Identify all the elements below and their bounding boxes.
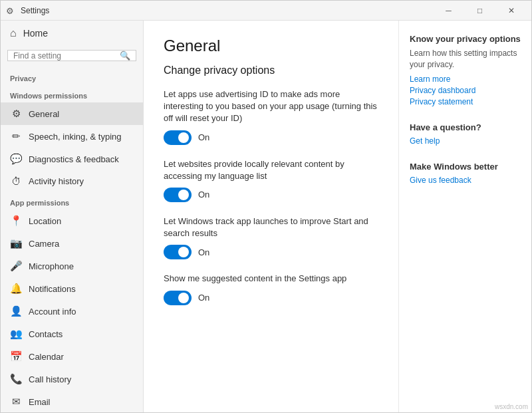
sidebar-item-label-microphone: Microphone	[29, 261, 74, 271]
speech-icon: ✏	[10, 130, 22, 142]
sidebar-item-contacts[interactable]: 👥 Contacts	[1, 323, 143, 345]
right-privacy-title: Know your privacy options	[410, 34, 521, 44]
sidebar-item-label-speech: Speech, inking, & typing	[29, 132, 121, 142]
toggle-row-track: On	[164, 245, 378, 259]
sidebar-home-label: Home	[23, 28, 48, 39]
toggle-label-suggested: On	[198, 293, 209, 303]
microphone-icon: 🎤	[10, 260, 22, 272]
email-icon: ✉	[10, 396, 22, 408]
sidebar-item-label-callhistory: Call history	[29, 374, 71, 384]
sidebar-item-calendar[interactable]: 📅 Calendar	[1, 345, 143, 368]
activity-icon: ⏱	[10, 176, 22, 187]
right-privacy-text: Learn how this setting impacts your priv…	[410, 48, 521, 70]
watermark: wsxdn.com	[495, 403, 528, 410]
right-privacy-section: Know your privacy options Learn how this…	[410, 34, 521, 106]
sidebar-item-speech[interactable]: ✏ Speech, inking, & typing	[1, 125, 143, 148]
app-permissions-label: App permissions	[1, 192, 143, 209]
setting-track: Let Windows track app launches to improv…	[164, 215, 378, 259]
toggle-row-suggested: On	[164, 291, 378, 305]
sidebar-item-label-diagnostics: Diagnostics & feedback	[29, 154, 119, 164]
sidebar-item-diagnostics[interactable]: 💬 Diagnostics & feedback	[1, 148, 143, 170]
toggle-ads[interactable]	[164, 130, 192, 145]
sidebar-item-microphone[interactable]: 🎤 Microphone	[1, 255, 143, 277]
search-input[interactable]	[13, 51, 120, 61]
privacy-statement-link[interactable]: Privacy statement	[410, 97, 521, 106]
sidebar-search-box[interactable]: 🔍	[7, 50, 136, 61]
setting-language: Let websites provide locally relevant co…	[164, 158, 378, 202]
titlebar-title: Settings	[21, 6, 49, 15]
privacy-dashboard-link[interactable]: Privacy dashboard	[410, 86, 521, 95]
sidebar-item-general[interactable]: ⚙ General	[1, 102, 143, 125]
give-feedback-link[interactable]: Give us feedback	[410, 176, 521, 185]
sidebar-item-label-location: Location	[29, 216, 61, 226]
right-question-title: Have a question?	[410, 122, 521, 132]
toggle-label-track: On	[198, 247, 209, 257]
right-feedback-title: Make Windows better	[410, 162, 521, 172]
diagnostics-icon: 💬	[10, 153, 22, 165]
titlebar-controls: ─ □ ✕	[434, 1, 526, 21]
sidebar-item-label-calendar: Calendar	[29, 352, 64, 362]
sidebar-item-label-camera: Camera	[29, 239, 59, 249]
sidebar-item-activity[interactable]: ⏱ Activity history	[1, 170, 143, 192]
sidebar-item-email[interactable]: ✉ Email	[1, 390, 143, 412]
titlebar: ⚙ Settings ─ □ ✕	[1, 1, 531, 21]
page-subtitle: Change privacy options	[164, 65, 378, 76]
windows-permissions-label: Windows permissions	[1, 85, 143, 102]
callhistory-icon: 📞	[10, 373, 22, 385]
setting-track-desc: Let Windows track app launches to improv…	[164, 215, 378, 239]
setting-language-desc: Let websites provide locally relevant co…	[164, 158, 378, 182]
privacy-section-label: Privacy	[1, 68, 143, 85]
toggle-suggested[interactable]	[164, 291, 192, 305]
toggle-row-language: On	[164, 188, 378, 202]
settings-window-icon: ⚙	[6, 6, 15, 15]
setting-suggested-desc: Show me suggested content in the Setting…	[164, 273, 378, 285]
calendar-icon: 📅	[10, 350, 22, 362]
general-icon: ⚙	[10, 108, 22, 120]
right-feedback-section: Make Windows better Give us feedback	[410, 162, 521, 185]
notifications-icon: 🔔	[10, 283, 22, 295]
content-area: ⌂ Home 🔍 Privacy Windows permissions ⚙ G…	[1, 21, 531, 412]
toggle-thumb-track	[178, 247, 189, 257]
toggle-thumb-suggested	[178, 293, 189, 303]
sidebar-item-location[interactable]: 📍 Location	[1, 209, 143, 232]
sidebar-item-notifications[interactable]: 🔔 Notifications	[1, 277, 143, 300]
setting-suggested: Show me suggested content in the Setting…	[164, 273, 378, 305]
toggle-thumb-ads	[178, 132, 189, 143]
main-content: General Change privacy options Let apps …	[144, 21, 398, 412]
sidebar-item-label-contacts: Contacts	[29, 329, 63, 339]
right-question-section: Have a question? Get help	[410, 122, 521, 146]
home-icon: ⌂	[10, 27, 17, 39]
location-icon: 📍	[10, 215, 22, 227]
camera-icon: 📷	[10, 237, 22, 249]
sidebar-item-account[interactable]: 👤 Account info	[1, 300, 143, 323]
right-panel: Know your privacy options Learn how this…	[398, 21, 531, 412]
close-button[interactable]: ✕	[496, 1, 526, 21]
toggle-label-language: On	[198, 190, 209, 200]
minimize-button[interactable]: ─	[434, 1, 464, 21]
sidebar-item-camera[interactable]: 📷 Camera	[1, 232, 143, 255]
sidebar-item-callhistory[interactable]: 📞 Call history	[1, 368, 143, 390]
sidebar-item-label-general: General	[29, 109, 59, 119]
sidebar-item-label-notifications: Notifications	[29, 284, 76, 294]
page-title: General	[164, 37, 378, 55]
account-icon: 👤	[10, 305, 22, 317]
toggle-row-ads: On	[164, 130, 378, 145]
contacts-icon: 👥	[10, 328, 22, 340]
toggle-label-ads: On	[198, 132, 209, 142]
toggle-language[interactable]	[164, 188, 192, 202]
toggle-thumb-language	[178, 190, 189, 200]
search-icon: 🔍	[120, 51, 130, 61]
sidebar-item-label-activity: Activity history	[29, 176, 84, 186]
sidebar-item-label-email: Email	[29, 397, 51, 407]
sidebar-item-home[interactable]: ⌂ Home	[1, 21, 143, 46]
setting-ads-desc: Let apps use advertising ID to make ads …	[164, 88, 378, 125]
setting-ads: Let apps use advertising ID to make ads …	[164, 88, 378, 145]
toggle-track[interactable]	[164, 245, 192, 259]
titlebar-left: ⚙ Settings	[6, 6, 49, 15]
learn-more-link[interactable]: Learn more	[410, 74, 521, 84]
maximize-button[interactable]: □	[465, 1, 495, 21]
sidebar-item-label-account: Account info	[29, 307, 76, 317]
sidebar: ⌂ Home 🔍 Privacy Windows permissions ⚙ G…	[1, 21, 144, 412]
get-help-link[interactable]: Get help	[410, 136, 521, 146]
